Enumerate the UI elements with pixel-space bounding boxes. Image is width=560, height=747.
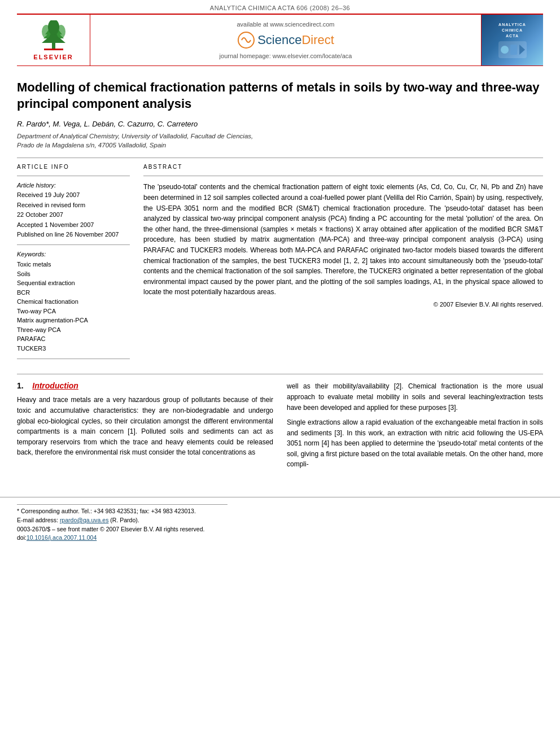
aca-decoration-svg: [500, 42, 525, 57]
article-title: Modelling of chemical fractionation patt…: [17, 80, 543, 112]
keyword-8: Three-way PCA: [17, 325, 130, 335]
divider-1: [17, 158, 543, 158]
sciencedirect-logo: ScienceDirect: [237, 31, 334, 49]
email-link[interactable]: rpardo@qa.uva.es: [60, 517, 109, 523]
corresponding-contact: Tel.: +34 983 423531; fax: +34 983 42301…: [81, 508, 196, 514]
svg-rect-1: [44, 49, 63, 50]
body-col-left: 1. Introduction Heavy and trace metals a…: [17, 381, 273, 474]
abstract-header: ABSTRACT: [143, 164, 543, 170]
intro-left-para1: Heavy and trace metals are a very hazard…: [17, 395, 273, 458]
footer: * Corresponding author. Tel.: +34 983 42…: [0, 497, 560, 548]
article-info-header: ARTICLE INFO: [17, 164, 130, 170]
keyword-4: BCR: [17, 288, 130, 298]
body-col-right: well as their mobility/availability [2].…: [287, 381, 543, 474]
aca-decoration: [498, 41, 527, 58]
svg-marker-11: [519, 45, 525, 55]
divider-info: [17, 176, 130, 176]
footnote-email: E-mail address: rpardo@qa.uva.es (R. Par…: [17, 516, 543, 525]
article-info-abstract: ARTICLE INFO Article history: Received 1…: [17, 164, 543, 365]
divider-keywords: [17, 244, 130, 245]
elsevier-label: ELSEVIER: [33, 54, 73, 60]
divider-bottom: [17, 359, 130, 359]
affiliation: Department of Analytical Chemistry, Univ…: [17, 132, 543, 150]
abstract-copyright: © 2007 Elsevier B.V. All rights reserved…: [143, 301, 543, 308]
sciencedirect-text: ScienceDirect: [257, 33, 334, 47]
keywords-list: Toxic metals Soils Sequential extraction…: [17, 260, 130, 353]
keyword-9: PARAFAC: [17, 334, 130, 344]
affiliation-line2: Prado de la Magdalena s/n, 47005 Vallado…: [17, 142, 166, 148]
journal-logo-inner: ANALYTICACHIMICAACTA: [482, 15, 543, 65]
keyword-7: Matrix augmentation-PCA: [17, 316, 130, 325]
footnote-doi: doi:10.1016/j.aca.2007.11.004: [17, 534, 543, 543]
section-title-text: Introduction: [32, 381, 78, 390]
keyword-10: TUCKER3: [17, 344, 130, 353]
divider-abstract: [143, 176, 543, 176]
accepted-date: Accepted 1 November 2007: [17, 221, 130, 229]
email-label: E-mail address:: [17, 517, 58, 523]
journal-homepage: journal homepage: www.elsevier.com/locat…: [220, 53, 352, 59]
intro-title: 1. Introduction: [17, 381, 273, 390]
keyword-5: Chemical fractionation: [17, 297, 130, 307]
doi-label: doi:: [17, 534, 27, 541]
top-banner: ELSEVIER available at www.sciencedirect.…: [17, 14, 543, 66]
sciencedirect-icon: [237, 31, 255, 49]
footnote-divider: [17, 504, 228, 505]
received-1: Received 19 July 2007: [17, 191, 130, 199]
svg-point-9: [501, 46, 509, 54]
body-divider: [17, 374, 543, 374]
keywords-label: Keywords:: [17, 251, 130, 257]
received-revised-date: 22 October 2007: [17, 211, 130, 219]
abstract-text: The 'pseudo-total' contents and the chem…: [143, 182, 543, 298]
doi-link[interactable]: 10.1016/j.aca.2007.11.004: [27, 534, 97, 541]
article-info-col: ARTICLE INFO Article history: Received 1…: [17, 164, 130, 365]
body-content: 1. Introduction Heavy and trace metals a…: [17, 381, 543, 474]
intro-right-para1: well as their mobility/availability [2].…: [287, 381, 543, 413]
keyword-2: Soils: [17, 269, 130, 279]
center-banner: available at www.sciencedirect.com Scien…: [90, 15, 481, 65]
journal-header: ANALYTICA CHIMICA ACTA 606 (2008) 26–36: [0, 0, 560, 14]
svg-rect-10: [510, 45, 517, 55]
keyword-3: Sequential extraction: [17, 278, 130, 288]
footnote-issn: 0003-2670/$ – see front matter © 2007 El…: [17, 525, 543, 534]
elsevier-tree-icon: [34, 20, 73, 51]
authors: R. Pardo*, M. Vega, L. Debán, C. Cazurro…: [17, 120, 543, 128]
main-content: Modelling of chemical fractionation patt…: [0, 66, 560, 486]
page: ANALYTICA CHIMICA ACTA 606 (2008) 26–36 …: [0, 0, 560, 747]
published-date: Published on line 26 November 2007: [17, 230, 130, 239]
received-revised-label: Received in revised form: [17, 201, 130, 209]
affiliation-line1: Department of Analytical Chemistry, Univ…: [17, 133, 253, 139]
section-number: 1.: [17, 381, 24, 390]
journal-logo-box: ANALYTICACHIMICAACTA: [481, 15, 543, 65]
intro-right-para2: Single extractions allow a rapid evaluat…: [287, 417, 543, 470]
email-suffix: (R. Pardo).: [110, 517, 139, 523]
keyword-1: Toxic metals: [17, 260, 130, 269]
abstract-col: ABSTRACT The 'pseudo-total' contents and…: [143, 164, 543, 365]
journal-citation: ANALYTICA CHIMICA ACTA 606 (2008) 26–36: [210, 5, 350, 11]
keyword-6: Two-way PCA: [17, 307, 130, 316]
elsevier-logo-box: ELSEVIER: [17, 15, 90, 65]
available-text: available at www.sciencedirect.com: [237, 21, 334, 28]
aca-logo-text: ANALYTICACHIMICAACTA: [498, 22, 526, 38]
history-label: Article history:: [17, 182, 130, 189]
corresponding-label: * Corresponding author.: [17, 508, 80, 514]
footnote-corresponding: * Corresponding author. Tel.: +34 983 42…: [17, 507, 543, 516]
